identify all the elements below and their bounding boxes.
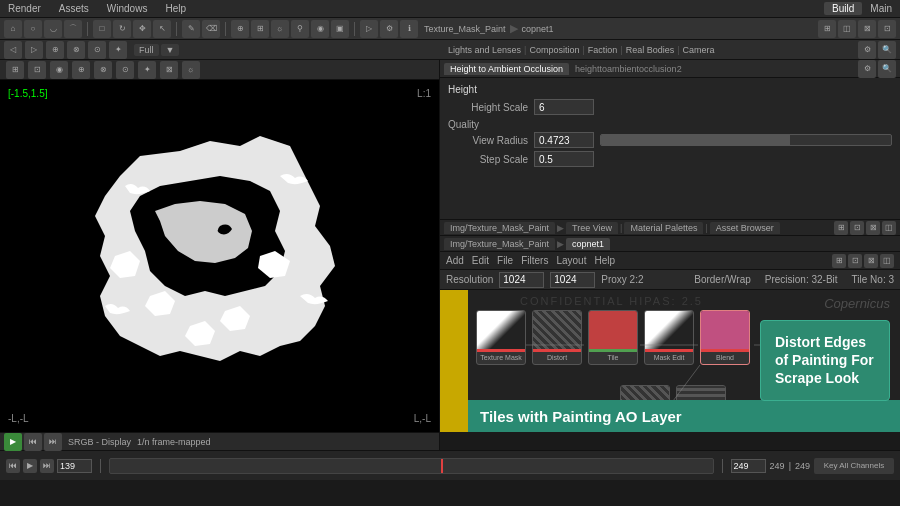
dropdown-btn[interactable]: ▼ (161, 44, 180, 56)
menu-assets[interactable]: Assets (55, 3, 93, 14)
tab-material[interactable]: Material Palettes (624, 222, 703, 234)
right-icon2[interactable]: ◫ (838, 20, 856, 38)
tl-prev-btn[interactable]: ⏮ (6, 459, 20, 473)
faction-tab[interactable]: Faction (588, 45, 618, 55)
ng-menu-add[interactable]: Add (446, 255, 464, 266)
vp-sm-icon9[interactable]: ☼ (182, 61, 200, 79)
tab2-icon4[interactable]: ◫ (882, 221, 896, 235)
key-all-channels-btn[interactable]: Key All Channels (814, 458, 894, 474)
light-icon[interactable]: ☼ (271, 20, 289, 38)
ng-menu-help[interactable]: Help (594, 255, 615, 266)
curve-icon[interactable]: ⌒ (64, 20, 82, 38)
ng-toolbar: Add Edit File Filters Layout Help ⊞ ⊡ ⊠ … (440, 252, 900, 270)
menu-render[interactable]: Render (4, 3, 45, 14)
vp-bottom-icon3[interactable]: ⏭ (44, 433, 62, 451)
vp-icon5[interactable]: ⊙ (88, 41, 106, 59)
right-icon1[interactable]: ⊞ (818, 20, 836, 38)
vp-sm-icon4[interactable]: ⊕ (72, 61, 90, 79)
node-blend[interactable]: Blend (700, 310, 750, 365)
ng-menu-edit[interactable]: Edit (472, 255, 489, 266)
rect-icon[interactable]: □ (93, 20, 111, 38)
tab-asset[interactable]: Asset Browser (710, 222, 780, 234)
eraser-icon[interactable]: ⌫ (202, 20, 220, 38)
tab3-img-texture[interactable]: Img/Texture_Mask_Paint (444, 238, 555, 250)
ng-icon3[interactable]: ⊠ (864, 254, 878, 268)
search-icon[interactable]: 🔍 (878, 41, 896, 59)
ng-menu-filters[interactable]: Filters (521, 255, 548, 266)
vp-sm-icon5[interactable]: ⊗ (94, 61, 112, 79)
view-radius-slider[interactable] (600, 134, 892, 146)
height-scale-input[interactable] (534, 99, 594, 115)
timeline-track[interactable] (109, 458, 714, 474)
home-icon[interactable]: ⌂ (4, 20, 22, 38)
tl-end-input[interactable] (731, 459, 766, 473)
paint-icon[interactable]: ✎ (182, 20, 200, 38)
ng-icon1[interactable]: ⊞ (832, 254, 846, 268)
composition-tab[interactable]: Composition (529, 45, 579, 55)
render-icon[interactable]: ▷ (360, 20, 378, 38)
rotate-icon[interactable]: ↻ (113, 20, 131, 38)
node-distort[interactable]: Distort (532, 310, 582, 365)
tab-img-texture[interactable]: Img/Texture_Mask_Paint (444, 222, 555, 234)
tab-height-ao[interactable]: Height to Ambient Occlusion (444, 63, 569, 75)
vp-icon2[interactable]: ▷ (25, 41, 43, 59)
zoom-icon[interactable]: ⊕ (231, 20, 249, 38)
settings-icon[interactable]: ⚙ (380, 20, 398, 38)
tab2-icon3[interactable]: ⊠ (866, 221, 880, 235)
move-icon[interactable]: ✥ (133, 20, 151, 38)
lights-tab[interactable]: Lights and Lenses (448, 45, 521, 55)
realbodies-tab[interactable]: Real Bodies (626, 45, 675, 55)
select-icon[interactable]: ↖ (153, 20, 171, 38)
vp-icon4[interactable]: ⊗ (67, 41, 85, 59)
ng-icon4[interactable]: ◫ (880, 254, 894, 268)
right-icon4[interactable]: ⊡ (878, 20, 896, 38)
camera-tab[interactable]: Camera (683, 45, 715, 55)
vp-bottom-icon1[interactable]: ▶ (4, 433, 22, 451)
tab2-icon2[interactable]: ⊡ (850, 221, 864, 235)
arc-icon[interactable]: ◡ (44, 20, 62, 38)
vp-sm-icon8[interactable]: ⊠ (160, 61, 178, 79)
menu-windows[interactable]: Windows (103, 3, 152, 14)
tl-play-btn[interactable]: ▶ (23, 459, 37, 473)
tab-tree[interactable]: Tree View (566, 222, 618, 234)
vp-sm-icon1[interactable]: ⊞ (6, 61, 24, 79)
tl-frame-input[interactable] (57, 459, 92, 473)
vp-icon1[interactable]: ◁ (4, 41, 22, 59)
tab3-copnet[interactable]: copnet1 (566, 238, 610, 250)
tl-next-btn[interactable]: ⏭ (40, 459, 54, 473)
ng-menu-layout[interactable]: Layout (556, 255, 586, 266)
ng-menu-file[interactable]: File (497, 255, 513, 266)
vp-icon6[interactable]: ✦ (109, 41, 127, 59)
vp-icon3[interactable]: ⊕ (46, 41, 64, 59)
viewport-canvas[interactable]: [-1.5,1.5] L:1 -L,-L L,-L (0, 80, 439, 432)
info-icon[interactable]: ℹ (400, 20, 418, 38)
circle-icon[interactable]: ○ (24, 20, 42, 38)
step-scale-input[interactable] (534, 151, 594, 167)
vp-sm-icon3[interactable]: ◉ (50, 61, 68, 79)
cube-icon[interactable]: ▣ (331, 20, 349, 38)
settings2-icon[interactable]: ⚙ (858, 41, 876, 59)
node-tile[interactable]: Tile (588, 310, 638, 365)
full-btn[interactable]: Full (134, 44, 159, 56)
vp-sm-icon6[interactable]: ⊙ (116, 61, 134, 79)
grid-icon[interactable]: ⊞ (251, 20, 269, 38)
height-scale-label: Height Scale (448, 102, 528, 113)
hp-icon1[interactable]: ⚙ (858, 60, 876, 78)
vp-bottom-icon2[interactable]: ⏮ (24, 433, 42, 451)
res-width-input[interactable] (499, 272, 544, 288)
menu-help[interactable]: Help (161, 3, 190, 14)
hp-icon2[interactable]: 🔍 (878, 60, 896, 78)
tab2-icon1[interactable]: ⊞ (834, 221, 848, 235)
vp-sm-icon2[interactable]: ⊡ (28, 61, 46, 79)
ng-icon2[interactable]: ⊡ (848, 254, 862, 268)
camera-icon[interactable]: ⚲ (291, 20, 309, 38)
vp-sm-icon7[interactable]: ✦ (138, 61, 156, 79)
node-mask-edit[interactable]: Mask Edit (644, 310, 694, 365)
sphere-icon[interactable]: ◉ (311, 20, 329, 38)
right-icon3[interactable]: ⊠ (858, 20, 876, 38)
node-texture-mask[interactable]: Texture Mask (476, 310, 526, 365)
res-height-input[interactable] (550, 272, 595, 288)
tl-sep (100, 459, 101, 473)
node-canvas[interactable]: CONFIDENTIAL HIPAS: 2.5 Copernicus Textu… (440, 290, 900, 432)
view-radius-input[interactable] (534, 132, 594, 148)
